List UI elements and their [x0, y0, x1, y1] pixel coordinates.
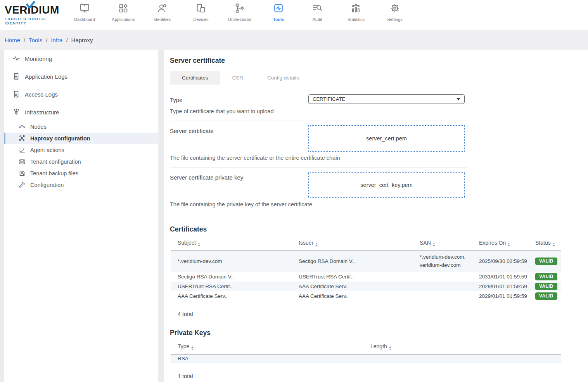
nav-devices[interactable]: Devices: [182, 3, 220, 22]
certificates-total-count: 4 total: [178, 311, 588, 317]
nav-label: Audit: [298, 17, 337, 22]
nav-statistics[interactable]: Statistics: [337, 3, 375, 22]
sidebar-item-configuration[interactable]: Configuration: [4, 179, 158, 191]
column-header-status[interactable]: Status: [528, 237, 561, 251]
type-row: Type CERTIFICATE Type of certificate tha…: [170, 90, 467, 121]
nav-settings[interactable]: Settings: [375, 3, 414, 22]
cell-expires: 2031/01/01 01:59:59: [472, 272, 528, 282]
private-key-dropzone[interactable]: server_cert_key.pem: [308, 172, 465, 198]
sort-icon: [191, 346, 194, 350]
table-row: Sectigo RSA Domain V.. USERTrust RSA Cer…: [171, 272, 561, 282]
sidebar-item-access-logs[interactable]: Access Logs: [4, 85, 158, 103]
cell-expires: 2025/09/30 02:59:59: [472, 251, 528, 272]
column-header-expires-on[interactable]: Expires On: [472, 237, 528, 251]
top-navigation: Dashboard Applications Identities Device…: [65, 3, 414, 22]
sidebar-item-application-logs[interactable]: Application Logs: [4, 67, 158, 85]
sidebar-item-tenant-configuration[interactable]: Tenant configuration: [4, 156, 158, 168]
private-key-help-text: The file containing the private key of t…: [170, 201, 467, 207]
column-header-san[interactable]: SAN: [413, 237, 472, 251]
cell-san: *.veridium-dev.com, veridium-dev.com: [413, 251, 472, 272]
breadcrumb-tools[interactable]: Tools: [29, 37, 42, 43]
cell-status: VALID: [528, 272, 561, 282]
cell-san: [413, 272, 472, 282]
nav-label: Settings: [375, 17, 414, 22]
breadcrumb-home[interactable]: Home: [5, 37, 20, 43]
page-title: Server certificate: [170, 57, 588, 65]
logo-checkmark-icon: [26, 1, 35, 9]
nav-label: Orchestrator: [220, 17, 259, 22]
top-bar: VERIDIUM TRUSTED DIGITAL IDENTITY Dashbo…: [0, 0, 588, 30]
status-badge: VALID: [535, 283, 557, 290]
cell-expires: 2029/01/01 01:59:59: [472, 282, 528, 291]
sidebar-item-infrastructure[interactable]: Infrastructure: [4, 103, 158, 121]
nav-label: Tools: [259, 17, 298, 22]
server-certificate-dropzone[interactable]: server_cert.pem: [308, 125, 465, 152]
sidebar-item-tenant-backup-files[interactable]: Tenant backup files: [4, 168, 158, 179]
dashboard-icon: [79, 8, 90, 15]
certificate-upload-form: Type CERTIFICATE Type of certificate tha…: [170, 90, 467, 214]
sidebar-item-nodes[interactable]: Nodes: [4, 121, 158, 133]
sort-icon: [198, 243, 200, 247]
settings-icon: [389, 8, 400, 15]
application-logs-icon: [12, 73, 20, 80]
cell-issuer: USERTrust RSA Certif..: [292, 272, 413, 282]
selected-value: CERTIFICATE: [313, 96, 345, 102]
tab-config-details[interactable]: Config details: [255, 71, 311, 85]
type-help-text: Type of certificate that you want to upl…: [170, 108, 467, 114]
cell-san: [413, 282, 472, 291]
nav-identities[interactable]: Identities: [143, 3, 182, 22]
sidebar-item-label: Access Logs: [25, 91, 58, 98]
certificate-type-select[interactable]: CERTIFICATE: [308, 94, 465, 104]
cell-subject: AAA Certificate Serv..: [171, 291, 292, 301]
infrastructure-icon: [12, 108, 20, 116]
cell-status: VALID: [528, 291, 561, 301]
column-header-type[interactable]: Type: [171, 340, 363, 354]
table-header-row: Type Length: [171, 340, 561, 354]
tab-bar: Certificates CSR Config details: [170, 71, 588, 85]
nav-orchestrator[interactable]: Orchestrator: [220, 3, 259, 22]
sort-icon: [389, 346, 391, 350]
content-area: Monitoring Application Logs Access Logs …: [0, 50, 588, 382]
sidebar-item-label: Infrastructure: [25, 109, 59, 116]
sidebar-item-label: Nodes: [30, 124, 47, 130]
sidebar-item-haproxy-configuration[interactable]: Haproxy configuration: [4, 133, 158, 144]
sidebar-item-agent-actions[interactable]: Agent actions: [4, 144, 158, 156]
nav-label: Devices: [182, 17, 220, 22]
devices-icon: [195, 8, 206, 15]
column-header-subject[interactable]: Subject: [171, 237, 292, 251]
nav-label: Dashboard: [65, 17, 104, 22]
nav-label: Identities: [143, 17, 182, 22]
nodes-icon: [19, 123, 26, 130]
private-key-label: Server certificate private key: [170, 172, 308, 198]
status-badge: VALID: [535, 258, 557, 265]
table-header-row: Subject Issuer SAN Expires On Status: [171, 237, 561, 251]
column-header-issuer[interactable]: Issuer: [292, 237, 413, 251]
sidebar-item-label: Agent actions: [30, 147, 64, 153]
veridium-logo[interactable]: VERIDIUM TRUSTED DIGITAL IDENTITY: [5, 4, 71, 25]
nav-tools[interactable]: Tools: [259, 3, 298, 22]
table-row: RSA: [171, 354, 561, 363]
certificates-section-title: Certificates: [170, 225, 588, 233]
nav-label: Statistics: [337, 17, 375, 22]
tab-csr[interactable]: CSR: [220, 71, 256, 85]
applications-icon: [118, 8, 129, 15]
tenant-backup-icon: [19, 170, 26, 177]
configuration-icon: [19, 181, 26, 188]
private-key-row: Server certificate private key server_ce…: [170, 168, 467, 214]
sort-icon: [553, 243, 555, 247]
breadcrumb-infra[interactable]: Infra: [51, 37, 62, 43]
nav-applications[interactable]: Applications: [104, 3, 143, 22]
cell-length: [363, 354, 561, 363]
column-header-length[interactable]: Length: [363, 340, 561, 354]
statistics-icon: [351, 8, 361, 15]
cell-subject: *.veridium-dev.com: [171, 251, 292, 272]
certificates-table: Subject Issuer SAN Expires On Status *.v…: [171, 237, 561, 301]
chevron-down-icon: [457, 98, 460, 100]
tab-certificates[interactable]: Certificates: [170, 71, 220, 85]
server-certificate-help-text: The file containing the server certifica…: [170, 155, 467, 161]
private-keys-section-title: Private Keys: [170, 329, 588, 337]
nav-audit[interactable]: Audit: [298, 3, 337, 22]
server-certificate-label: Server certificate: [170, 125, 308, 152]
sidebar-item-monitoring[interactable]: Monitoring: [4, 50, 158, 67]
nav-dashboard[interactable]: Dashboard: [65, 3, 104, 22]
